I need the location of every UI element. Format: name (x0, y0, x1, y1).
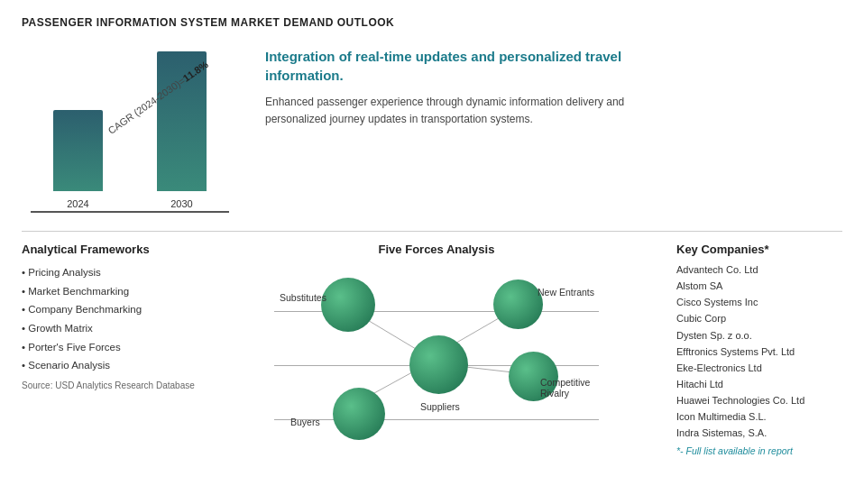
list-item: Hitachi Ltd (676, 376, 842, 392)
buyers-bubble (333, 388, 385, 440)
bar-2024: 2024 (53, 110, 103, 209)
list-item: Cisco Systems Inc (676, 294, 842, 310)
list-item: Efftronics Systems Pvt. Ltd (676, 344, 842, 360)
list-item: Icon Multimedia S.L. (676, 408, 842, 425)
companies-panel: Key Companies* Advantech Co. Ltd Alstom … (662, 243, 842, 495)
list-item: Advantech Co. Ltd (676, 261, 842, 278)
substitutes-bubble (321, 278, 375, 332)
market-chart: CAGR (2024-2030)=11.8% 2024 2030 (22, 38, 238, 222)
suppliers-label: Suppliers (420, 401, 460, 412)
list-item: Huawei Technologies Co. Ltd (676, 392, 842, 408)
frameworks-panel: Analytical Frameworks Pricing Analysis M… (22, 243, 211, 495)
suppliers-bubble (409, 335, 468, 394)
list-item: Cubic Corp (676, 310, 842, 326)
list-item: Company Benchmarking (22, 300, 211, 319)
five-forces-title: Five Forces Analysis (379, 243, 495, 256)
new-entrants-bubble (493, 279, 543, 329)
list-item: Indra Sistemas, S.A. (676, 425, 842, 441)
competitive-rivalry-label: Competitive Rivalry (540, 377, 599, 399)
list-item: Alstom SA (676, 278, 842, 294)
list-item: Porter's Five Forces (22, 338, 211, 357)
list-item: Scenario Analysis (22, 356, 211, 375)
info-headline: Integration of real-time updates and per… (265, 47, 662, 85)
substitutes-label: Substitutes (280, 292, 326, 303)
forces-diagram: Substitutes New Entrants Suppliers Compe… (274, 261, 599, 442)
companies-list: Advantech Co. Ltd Alstom SA Cisco System… (676, 261, 842, 442)
list-item: Eke-Electronics Ltd (676, 360, 842, 376)
companies-title: Key Companies* (676, 243, 842, 256)
buyers-label: Buyers (290, 417, 320, 427)
five-forces-panel: Five Forces Analysis (211, 243, 662, 495)
info-panel: Integration of real-time updates and per… (238, 38, 842, 222)
list-item: Market Benchmarking (22, 282, 211, 301)
frameworks-title: Analytical Frameworks (22, 243, 211, 256)
list-item: Pricing Analysis (22, 263, 211, 282)
full-list-note: *- Full list available in report (676, 445, 842, 456)
source-label: Source: USD Analytics Research Database (22, 380, 211, 390)
frameworks-list: Pricing Analysis Market Benchmarking Com… (22, 263, 211, 375)
list-item: Growth Matrix (22, 319, 211, 338)
page-title: PASSENGER INFORMATION SYSTEM MARKET DEMA… (22, 16, 842, 29)
info-body: Enhanced passenger experience through dy… (265, 94, 662, 128)
list-item: Dysten Sp. z o.o. (676, 327, 842, 344)
new-entrants-label: New Entrants (538, 287, 594, 298)
